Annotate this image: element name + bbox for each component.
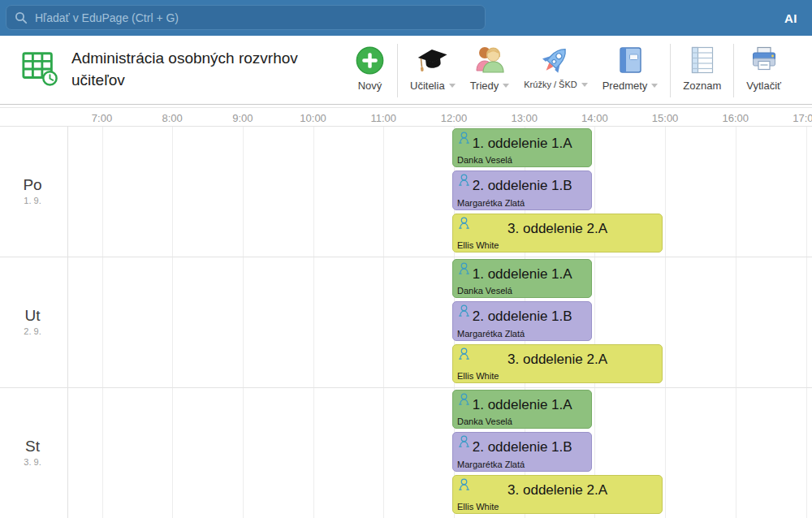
- time-axis-label: 13:00: [492, 112, 557, 124]
- clubs-button-label: Krúžky / ŠKD: [524, 80, 577, 89]
- list-button[interactable]: Zoznam: [676, 36, 728, 104]
- event-person: Ellis White: [457, 240, 499, 250]
- event-person: Ellis White: [457, 371, 499, 381]
- page-title: Administrácia osobných rozvrhov učiteľov: [71, 47, 339, 91]
- event-title: 1. oddelenie 1.A: [453, 136, 591, 152]
- day-row: Ut2. 9.1. oddelenie 1.ADanka Veselá2. od…: [0, 257, 812, 387]
- event-block[interactable]: 1. oddelenie 1.ADanka Veselá: [452, 128, 592, 167]
- timetable-grid: 7:008:009:0010:0011:0012:0013:0014:0015:…: [0, 105, 812, 518]
- time-axis-label: 14:00: [562, 112, 627, 124]
- event-block[interactable]: 2. oddelenie 1.BMargarétka Zlatá: [452, 171, 592, 210]
- day-name: Po: [0, 176, 65, 194]
- event-block[interactable]: 2. oddelenie 1.BMargarétka Zlatá: [452, 301, 592, 341]
- day-date: 1. 9.: [0, 196, 65, 205]
- book-icon: [614, 42, 646, 78]
- event-person: Margarétka Zlatá: [457, 329, 525, 339]
- event-person: Danka Veselá: [457, 286, 512, 296]
- event-person: Margarétka Zlatá: [457, 460, 525, 469]
- clubs-button[interactable]: Krúžky / ŠKD: [516, 36, 594, 104]
- event-block[interactable]: 1. oddelenie 1.ADanka Veselá: [452, 390, 592, 429]
- page-header: Administrácia osobných rozvrhov učiteľov…: [0, 36, 812, 105]
- toolbar: Nový Učitelia: [348, 36, 812, 104]
- chevron-down-icon: [503, 84, 509, 88]
- day-label: Ut2. 9.: [0, 307, 65, 336]
- event-title: 2. oddelenie 1.B: [453, 309, 591, 325]
- search-icon: [15, 11, 28, 24]
- plus-icon: [355, 42, 385, 78]
- search-input[interactable]: [35, 11, 477, 24]
- event-block[interactable]: 3. oddelenie 2.AEllis White: [452, 344, 663, 383]
- event-title: 1. oddelenie 1.A: [453, 397, 591, 413]
- event-title: 1. oddelenie 1.A: [453, 266, 591, 283]
- chevron-down-icon: [581, 83, 588, 87]
- day-label: St3. 9.: [0, 438, 65, 467]
- time-axis-label: 11:00: [351, 112, 416, 124]
- event-title: 3. oddelenie 2.A: [453, 221, 662, 237]
- time-axis-label: 16:00: [703, 112, 768, 124]
- rocket-icon: [538, 42, 573, 78]
- classes-button-label: Triedy: [470, 80, 499, 92]
- time-axis-label: 7:00: [70, 112, 135, 124]
- divider: [0, 107, 812, 108]
- new-button-label: Nový: [358, 80, 382, 92]
- toolbar-separator: [397, 44, 398, 97]
- event-block[interactable]: 2. oddelenie 1.BMargarétka Zlatá: [452, 432, 592, 472]
- time-axis-label: 8:00: [140, 112, 205, 124]
- list-icon: [686, 42, 719, 78]
- time-axis-label: 10:00: [281, 112, 346, 124]
- list-button-label: Zoznam: [683, 80, 721, 92]
- time-axis-label: 17:00: [774, 112, 812, 124]
- timetable-app-icon: [21, 50, 58, 90]
- day-name: Ut: [0, 307, 65, 325]
- event-block[interactable]: 3. oddelenie 2.AEllis White: [452, 475, 663, 514]
- subjects-button[interactable]: Predmety: [595, 36, 666, 104]
- event-title: 3. oddelenie 2.A: [453, 352, 662, 368]
- graduation-cap-icon: [416, 42, 450, 78]
- event-title: 2. oddelenie 1.B: [453, 439, 591, 455]
- print-button-label: Vytlačiť: [746, 80, 781, 92]
- ai-button[interactable]: AI: [784, 0, 797, 36]
- event-block[interactable]: 1. oddelenie 1.ADanka Veselá: [452, 259, 592, 298]
- time-axis-label: 15:00: [633, 112, 698, 124]
- day-date: 2. 9.: [0, 326, 65, 336]
- event-title: 3. oddelenie 2.A: [453, 482, 662, 499]
- day-name: St: [0, 438, 65, 455]
- new-button[interactable]: Nový: [348, 36, 392, 104]
- event-block[interactable]: 3. oddelenie 2.AEllis White: [452, 214, 663, 253]
- event-person: Margarétka Zlatá: [457, 198, 525, 208]
- day-row: St3. 9.1. oddelenie 1.ADanka Veselá2. od…: [0, 387, 812, 518]
- event-person: Danka Veselá: [457, 155, 512, 165]
- printer-icon: [748, 42, 780, 78]
- toolbar-separator: [733, 44, 734, 97]
- time-axis-label: 9:00: [210, 112, 275, 124]
- day-row: Po1. 9.1. oddelenie 1.ADanka Veselá2. od…: [0, 126, 812, 257]
- print-button[interactable]: Vytlačiť: [739, 36, 788, 104]
- search-box[interactable]: [6, 5, 486, 30]
- people-icon: [473, 42, 506, 78]
- classes-button[interactable]: Triedy: [463, 36, 517, 104]
- subjects-button-label: Predmety: [603, 80, 648, 92]
- edupage-app: AI Administrácia osobných rozvrhov učite…: [0, 0, 812, 518]
- day-label: Po1. 9.: [0, 176, 65, 205]
- time-axis-label: 12:00: [421, 112, 486, 124]
- teachers-button[interactable]: Učitelia: [403, 36, 463, 104]
- day-date: 3. 9.: [0, 457, 65, 467]
- teachers-button-label: Učitelia: [410, 80, 445, 92]
- event-title: 2. oddelenie 1.B: [453, 178, 591, 194]
- toolbar-separator: [670, 44, 671, 97]
- chevron-down-icon: [449, 84, 456, 88]
- chevron-down-icon: [651, 84, 658, 88]
- event-person: Ellis White: [457, 502, 499, 512]
- event-person: Danka Veselá: [457, 417, 512, 426]
- top-bar: AI: [0, 0, 812, 36]
